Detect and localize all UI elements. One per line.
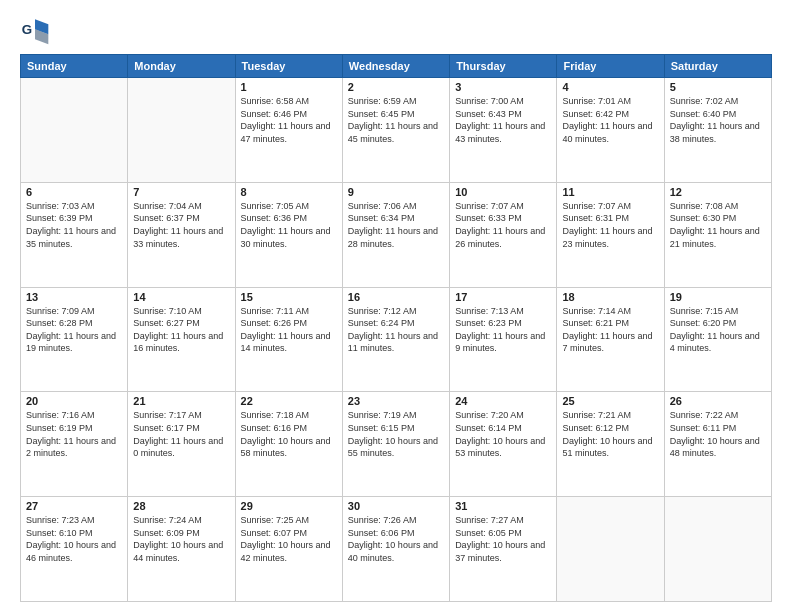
calendar-cell: 10Sunrise: 7:07 AM Sunset: 6:33 PM Dayli…	[450, 182, 557, 287]
day-number: 30	[348, 500, 444, 512]
day-detail: Sunrise: 7:23 AM Sunset: 6:10 PM Dayligh…	[26, 514, 122, 564]
day-detail: Sunrise: 7:05 AM Sunset: 6:36 PM Dayligh…	[241, 200, 337, 250]
calendar-cell: 3Sunrise: 7:00 AM Sunset: 6:43 PM Daylig…	[450, 78, 557, 183]
day-header-thursday: Thursday	[450, 55, 557, 78]
day-number: 17	[455, 291, 551, 303]
day-number: 2	[348, 81, 444, 93]
calendar-cell: 21Sunrise: 7:17 AM Sunset: 6:17 PM Dayli…	[128, 392, 235, 497]
calendar-cell: 4Sunrise: 7:01 AM Sunset: 6:42 PM Daylig…	[557, 78, 664, 183]
day-number: 12	[670, 186, 766, 198]
day-number: 16	[348, 291, 444, 303]
day-detail: Sunrise: 7:07 AM Sunset: 6:31 PM Dayligh…	[562, 200, 658, 250]
day-number: 25	[562, 395, 658, 407]
day-detail: Sunrise: 7:07 AM Sunset: 6:33 PM Dayligh…	[455, 200, 551, 250]
day-detail: Sunrise: 7:14 AM Sunset: 6:21 PM Dayligh…	[562, 305, 658, 355]
calendar-cell	[557, 497, 664, 602]
calendar-cell: 17Sunrise: 7:13 AM Sunset: 6:23 PM Dayli…	[450, 287, 557, 392]
day-detail: Sunrise: 7:06 AM Sunset: 6:34 PM Dayligh…	[348, 200, 444, 250]
calendar-cell: 31Sunrise: 7:27 AM Sunset: 6:05 PM Dayli…	[450, 497, 557, 602]
day-number: 18	[562, 291, 658, 303]
logo: G	[20, 16, 54, 46]
day-number: 14	[133, 291, 229, 303]
calendar-cell: 18Sunrise: 7:14 AM Sunset: 6:21 PM Dayli…	[557, 287, 664, 392]
calendar-cell: 1Sunrise: 6:58 AM Sunset: 6:46 PM Daylig…	[235, 78, 342, 183]
day-detail: Sunrise: 7:19 AM Sunset: 6:15 PM Dayligh…	[348, 409, 444, 459]
day-number: 15	[241, 291, 337, 303]
calendar-cell: 24Sunrise: 7:20 AM Sunset: 6:14 PM Dayli…	[450, 392, 557, 497]
day-detail: Sunrise: 7:15 AM Sunset: 6:20 PM Dayligh…	[670, 305, 766, 355]
day-number: 21	[133, 395, 229, 407]
day-header-saturday: Saturday	[664, 55, 771, 78]
day-detail: Sunrise: 7:25 AM Sunset: 6:07 PM Dayligh…	[241, 514, 337, 564]
day-detail: Sunrise: 7:12 AM Sunset: 6:24 PM Dayligh…	[348, 305, 444, 355]
calendar-cell: 12Sunrise: 7:08 AM Sunset: 6:30 PM Dayli…	[664, 182, 771, 287]
day-detail: Sunrise: 7:26 AM Sunset: 6:06 PM Dayligh…	[348, 514, 444, 564]
calendar-cell: 30Sunrise: 7:26 AM Sunset: 6:06 PM Dayli…	[342, 497, 449, 602]
day-number: 19	[670, 291, 766, 303]
calendar-week-4: 27Sunrise: 7:23 AM Sunset: 6:10 PM Dayli…	[21, 497, 772, 602]
calendar-cell: 2Sunrise: 6:59 AM Sunset: 6:45 PM Daylig…	[342, 78, 449, 183]
calendar-cell: 9Sunrise: 7:06 AM Sunset: 6:34 PM Daylig…	[342, 182, 449, 287]
day-detail: Sunrise: 7:21 AM Sunset: 6:12 PM Dayligh…	[562, 409, 658, 459]
calendar-week-0: 1Sunrise: 6:58 AM Sunset: 6:46 PM Daylig…	[21, 78, 772, 183]
calendar-cell: 19Sunrise: 7:15 AM Sunset: 6:20 PM Dayli…	[664, 287, 771, 392]
day-number: 13	[26, 291, 122, 303]
calendar-cell: 26Sunrise: 7:22 AM Sunset: 6:11 PM Dayli…	[664, 392, 771, 497]
calendar-week-3: 20Sunrise: 7:16 AM Sunset: 6:19 PM Dayli…	[21, 392, 772, 497]
day-number: 27	[26, 500, 122, 512]
day-detail: Sunrise: 7:18 AM Sunset: 6:16 PM Dayligh…	[241, 409, 337, 459]
day-detail: Sunrise: 7:13 AM Sunset: 6:23 PM Dayligh…	[455, 305, 551, 355]
calendar-cell: 16Sunrise: 7:12 AM Sunset: 6:24 PM Dayli…	[342, 287, 449, 392]
calendar-cell: 8Sunrise: 7:05 AM Sunset: 6:36 PM Daylig…	[235, 182, 342, 287]
day-number: 9	[348, 186, 444, 198]
day-detail: Sunrise: 7:20 AM Sunset: 6:14 PM Dayligh…	[455, 409, 551, 459]
day-detail: Sunrise: 7:09 AM Sunset: 6:28 PM Dayligh…	[26, 305, 122, 355]
day-number: 20	[26, 395, 122, 407]
calendar-cell: 27Sunrise: 7:23 AM Sunset: 6:10 PM Dayli…	[21, 497, 128, 602]
calendar-week-2: 13Sunrise: 7:09 AM Sunset: 6:28 PM Dayli…	[21, 287, 772, 392]
calendar-cell: 25Sunrise: 7:21 AM Sunset: 6:12 PM Dayli…	[557, 392, 664, 497]
day-header-monday: Monday	[128, 55, 235, 78]
day-number: 1	[241, 81, 337, 93]
calendar-cell: 7Sunrise: 7:04 AM Sunset: 6:37 PM Daylig…	[128, 182, 235, 287]
day-detail: Sunrise: 7:01 AM Sunset: 6:42 PM Dayligh…	[562, 95, 658, 145]
day-number: 26	[670, 395, 766, 407]
day-detail: Sunrise: 6:58 AM Sunset: 6:46 PM Dayligh…	[241, 95, 337, 145]
calendar-cell: 6Sunrise: 7:03 AM Sunset: 6:39 PM Daylig…	[21, 182, 128, 287]
day-header-tuesday: Tuesday	[235, 55, 342, 78]
calendar-cell: 22Sunrise: 7:18 AM Sunset: 6:16 PM Dayli…	[235, 392, 342, 497]
day-detail: Sunrise: 7:10 AM Sunset: 6:27 PM Dayligh…	[133, 305, 229, 355]
day-number: 28	[133, 500, 229, 512]
calendar-cell: 11Sunrise: 7:07 AM Sunset: 6:31 PM Dayli…	[557, 182, 664, 287]
day-number: 23	[348, 395, 444, 407]
day-number: 22	[241, 395, 337, 407]
calendar-cell: 20Sunrise: 7:16 AM Sunset: 6:19 PM Dayli…	[21, 392, 128, 497]
day-detail: Sunrise: 7:00 AM Sunset: 6:43 PM Dayligh…	[455, 95, 551, 145]
day-number: 24	[455, 395, 551, 407]
day-header-wednesday: Wednesday	[342, 55, 449, 78]
calendar-cell: 5Sunrise: 7:02 AM Sunset: 6:40 PM Daylig…	[664, 78, 771, 183]
day-number: 7	[133, 186, 229, 198]
calendar-cell	[21, 78, 128, 183]
day-detail: Sunrise: 7:03 AM Sunset: 6:39 PM Dayligh…	[26, 200, 122, 250]
svg-text:G: G	[22, 22, 32, 37]
calendar-cell: 23Sunrise: 7:19 AM Sunset: 6:15 PM Dayli…	[342, 392, 449, 497]
day-detail: Sunrise: 7:24 AM Sunset: 6:09 PM Dayligh…	[133, 514, 229, 564]
calendar-cell	[128, 78, 235, 183]
day-detail: Sunrise: 7:17 AM Sunset: 6:17 PM Dayligh…	[133, 409, 229, 459]
calendar-cell: 29Sunrise: 7:25 AM Sunset: 6:07 PM Dayli…	[235, 497, 342, 602]
day-number: 3	[455, 81, 551, 93]
day-number: 29	[241, 500, 337, 512]
day-detail: Sunrise: 7:22 AM Sunset: 6:11 PM Dayligh…	[670, 409, 766, 459]
day-number: 6	[26, 186, 122, 198]
day-detail: Sunrise: 7:04 AM Sunset: 6:37 PM Dayligh…	[133, 200, 229, 250]
day-detail: Sunrise: 6:59 AM Sunset: 6:45 PM Dayligh…	[348, 95, 444, 145]
day-number: 8	[241, 186, 337, 198]
calendar-cell	[664, 497, 771, 602]
day-number: 4	[562, 81, 658, 93]
day-detail: Sunrise: 7:11 AM Sunset: 6:26 PM Dayligh…	[241, 305, 337, 355]
day-detail: Sunrise: 7:27 AM Sunset: 6:05 PM Dayligh…	[455, 514, 551, 564]
day-number: 11	[562, 186, 658, 198]
calendar-header-row: SundayMondayTuesdayWednesdayThursdayFrid…	[21, 55, 772, 78]
day-number: 10	[455, 186, 551, 198]
